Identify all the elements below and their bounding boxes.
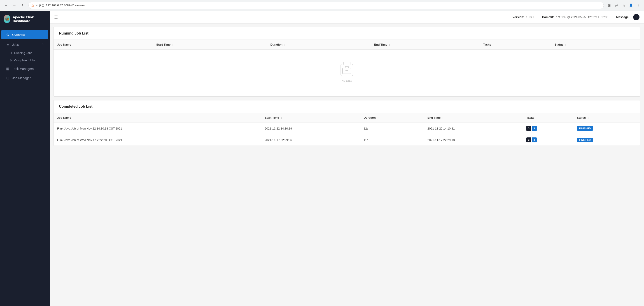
sidebar-completed-jobs-label: Completed Jobs <box>14 59 36 62</box>
menu-button[interactable]: ⋮ <box>635 2 641 8</box>
col-status-running[interactable]: Status ↕ <box>551 40 640 50</box>
sort-duration-completed: ↕ <box>377 116 379 119</box>
separator-2: | <box>612 15 612 19</box>
sidebar-item-jobs[interactable]: ≡ Jobs ⌃ <box>1 40 48 49</box>
separator-1: | <box>538 15 538 19</box>
status-badge: FINISHED <box>577 126 593 131</box>
completed-jobs-table: Job Name Start Time ↕ Duration ↕ <box>54 113 640 146</box>
reload-button[interactable]: ↻ <box>20 2 26 8</box>
commit-value: a7f3192 @ 2021-05-25T12:02:11+02:00 <box>556 15 608 19</box>
table-row[interactable]: Flink Java Job at Wed Nov 17 22:29:05 CS… <box>54 134 640 146</box>
commit-label: Commit: a7f3192 @ 2021-05-25T12:02:11+02… <box>542 15 608 19</box>
sidebar-item-job-manager[interactable]: ⊞ Job Manager <box>1 73 48 83</box>
bookmark-button[interactable]: ☆ <box>620 2 627 8</box>
completed-jobs-section: Completed Job List Job Name Start Time ↕ <box>53 100 640 146</box>
sort-status-completed: ↕ <box>588 116 589 119</box>
sort-start-time-running: ↕ <box>172 43 174 46</box>
version-value: 1.13.1 <box>526 15 534 19</box>
translate-button[interactable]: ☍ <box>613 2 620 8</box>
chevron-up-icon: ⌃ <box>42 43 44 46</box>
sidebar-item-running-jobs[interactable]: ⊙ Running Jobs <box>0 49 50 57</box>
col-start-time-completed[interactable]: Start Time ↕ <box>261 113 360 123</box>
profile-button[interactable]: 👤 <box>628 2 634 8</box>
topbar-info: Version: 1.13.1 | Commit: a7f3192 @ 2021… <box>512 14 640 20</box>
logo-icon: 🦋 <box>4 15 10 23</box>
col-end-time-completed[interactable]: End Time ↕ <box>424 113 523 123</box>
task-badge-blue: 3 <box>532 137 537 142</box>
task-badge-dark: 3 <box>526 126 531 131</box>
tasks-cell: 3 3 <box>523 134 573 146</box>
sidebar-running-jobs-label: Running Jobs <box>14 51 32 55</box>
overview-icon: ⊙ <box>6 32 10 37</box>
running-jobs-no-data-row: No Data <box>54 50 640 97</box>
sidebar-item-overview[interactable]: ⊙ Overview <box>1 30 48 39</box>
col-end-time-running[interactable]: End Time ↕ <box>370 40 480 50</box>
running-jobs-table: Job Name Start Time ↕ Duration ↕ <box>54 40 640 96</box>
col-duration-running[interactable]: Duration ↕ <box>267 40 370 50</box>
version-label: Version: 1.13.1 <box>512 15 534 19</box>
sidebar-item-overview-label: Overview <box>12 33 25 36</box>
running-jobs-icon: ⊙ <box>10 51 12 55</box>
end-time-cell: 2021-11-22 14:10:31 <box>424 123 523 134</box>
table-row[interactable]: Flink Java Job at Mon Nov 22 14:10:18 CS… <box>54 123 640 134</box>
forward-button[interactable]: → <box>11 2 18 8</box>
topbar: ☰ Version: 1.13.1 | Commit: a7f3192 @ 20… <box>50 11 644 23</box>
message-label: Message: <box>616 15 630 19</box>
col-job-name-completed: Job Name <box>54 113 261 123</box>
job-name-cell: Flink Java Job at Wed Nov 17 22:29:05 CS… <box>54 134 261 146</box>
col-job-name-running: Job Name <box>54 40 153 50</box>
col-start-time-running[interactable]: Start Time ↕ <box>153 40 267 50</box>
col-status-completed[interactable]: Status ↕ <box>573 113 640 123</box>
sidebar-item-completed-jobs[interactable]: ⊙ Completed Jobs <box>0 57 50 64</box>
sort-status-running: ↕ <box>565 43 566 46</box>
col-tasks-running: Tasks <box>480 40 551 50</box>
completed-jobs-icon: ⊙ <box>10 59 12 62</box>
hamburger-icon[interactable]: ☰ <box>54 15 58 20</box>
task-badges: 3 3 <box>526 137 570 142</box>
jobs-icon: ≡ <box>6 43 10 47</box>
back-button[interactable]: ← <box>3 2 9 8</box>
url-text: 192.168.0.37:8082/#/overview <box>46 3 85 7</box>
sidebar-section-jobs: ≡ Jobs ⌃ ⊙ Running Jobs ⊙ Completed Jobs <box>0 40 50 64</box>
tasks-cell: 3 3 <box>523 123 573 134</box>
no-data-container: No Data <box>57 53 636 93</box>
sidebar-nav: ⊙ Overview ≡ Jobs ⌃ ⊙ Running Jobs ⊙ <box>0 27 50 85</box>
apps-button[interactable]: ⊞ <box>606 2 612 8</box>
sort-end-time-completed: ↕ <box>442 116 444 119</box>
sort-duration-running: ↕ <box>284 43 286 46</box>
security-warning-icon: ⚠ <box>32 3 34 7</box>
sidebar-job-manager-label: Job Manager <box>12 76 31 80</box>
completed-jobs-table-container: Job Name Start Time ↕ Duration ↕ <box>54 113 640 146</box>
start-time-cell: 2021-11-17 22:29:06 <box>261 134 360 146</box>
start-time-cell: 2021-11-22 14:10:19 <box>261 123 360 134</box>
running-jobs-section: Running Job List Job Name Start Time ↕ <box>53 27 640 97</box>
sort-start-time-completed: ↕ <box>281 116 282 119</box>
no-data-icon <box>340 64 353 76</box>
status-cell: FINISHED <box>573 134 640 146</box>
status-cell: FINISHED <box>573 123 640 134</box>
address-bar[interactable]: ⚠ 不安全 192.168.0.37:8082/#/overview <box>28 2 604 9</box>
running-jobs-title: Running Job List <box>54 27 640 40</box>
no-data-text: No Data <box>342 79 352 82</box>
duration-cell: 11s <box>360 134 424 146</box>
job-name-cell: Flink Java Job at Mon Nov 22 14:10:18 CS… <box>54 123 261 134</box>
running-jobs-table-container: Job Name Start Time ↕ Duration ↕ <box>54 40 640 96</box>
task-badges: 3 3 <box>526 126 570 131</box>
message-count-badge[interactable]: 0 <box>633 14 640 20</box>
warning-text: 不安全 <box>36 3 44 7</box>
completed-jobs-title: Completed Job List <box>54 100 640 113</box>
sidebar: 🦋 Apache Flink Dashboard ⊙ Overview ≡ Jo… <box>0 11 50 306</box>
browser-chrome: ← → ↻ ⚠ 不安全 192.168.0.37:8082/#/overview… <box>0 0 644 11</box>
sidebar-logo: 🦋 Apache Flink Dashboard <box>0 11 50 27</box>
svg-rect-0 <box>342 68 351 74</box>
status-badge: FINISHED <box>577 138 593 142</box>
sidebar-jobs-label: Jobs <box>12 43 19 46</box>
sort-end-time-running: ↕ <box>389 43 390 46</box>
sidebar-item-task-managers[interactable]: ▦ Task Managers <box>1 64 48 73</box>
completed-jobs-header-row: Job Name Start Time ↕ Duration ↕ <box>54 113 640 123</box>
end-time-cell: 2021-11-17 22:29:18 <box>424 134 523 146</box>
task-managers-icon: ▦ <box>6 67 10 71</box>
task-badge-blue: 3 <box>532 126 537 131</box>
col-duration-completed[interactable]: Duration ↕ <box>360 113 424 123</box>
task-badge-dark: 3 <box>526 137 531 142</box>
